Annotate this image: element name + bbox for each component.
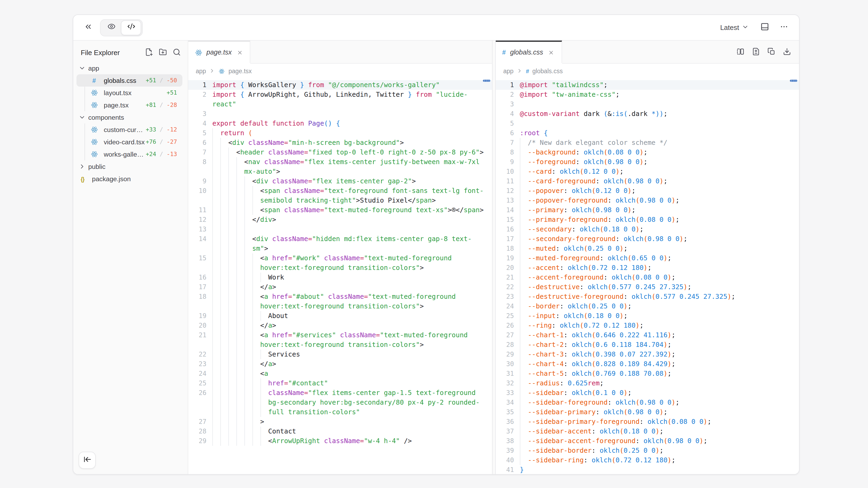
line-number: 4 [496,109,514,119]
code-text: --popover-foreground: oklch(0.98 0 0); [514,196,799,205]
code-text: <div className="flex items-center gap-2"… [207,176,492,186]
copy-button[interactable] [768,47,776,56]
line-number: 13 [496,196,514,205]
close-tab-icon[interactable] [547,48,555,56]
indent-guide [228,379,229,388]
code-line: 19About [188,311,492,321]
indent-guide [228,148,229,157]
search-button[interactable] [173,48,181,57]
new-folder-button[interactable] [159,48,167,57]
version-dropdown[interactable]: Latest [716,21,753,34]
indent-guide [252,292,253,311]
download-button[interactable] [783,47,792,56]
indent-guide [220,359,221,369]
indent-guide [244,436,245,446]
code-text: @import "tailwindcss"; [514,80,799,90]
line-number: 8 [188,157,207,176]
indent-guide [212,225,213,234]
line-number: 14 [496,205,514,215]
line-number: 25 [188,379,207,388]
tabbar-page: page.tsx [188,41,492,64]
code-line: 24--border: oklch(0.25 0 0); [496,301,799,311]
indent-guide [220,436,221,446]
code-line: 31--chart-5: oklch(0.769 0.188 70.08); [496,369,799,379]
code-editor-globals[interactable]: 1@import "tailwindcss";2@import "tw-anim… [496,78,799,474]
code-text: <nav className="flex items-center justif… [207,157,492,176]
indent-guide [237,234,237,253]
scrollbar-thumb[interactable] [483,79,490,82]
split-view-button[interactable] [737,47,745,56]
tree-item-works-galler-[interactable]: works-galler…+24 / -13 [73,148,188,160]
indent-guide [237,253,237,272]
indent-guide [520,379,520,388]
chevron-down-icon [742,23,749,32]
indent-guide [237,436,237,446]
breadcrumb-page: app page.tsx [188,64,492,78]
tree-item-public[interactable]: public [73,160,188,173]
preview-toggle-button[interactable] [102,21,121,34]
file-diff-button[interactable] [752,47,761,56]
indent-guide [228,369,229,379]
tree-item-page.tsx[interactable]: page.tsx+81 / -28 [73,99,188,111]
tree-item-layout.tsx[interactable]: layout.tsx+51 [73,87,188,99]
code-line: 22Services [188,350,492,359]
code-text: --input: oklch(0.18 0 0); [514,311,799,321]
indent-guide [220,138,221,148]
tree-item-components[interactable]: components [73,111,188,124]
indent-guide [220,350,221,359]
code-line: 28Contact [188,426,492,436]
code-line: 25href="#contact" [188,379,492,388]
indent-guide [520,234,520,244]
tree-item-custom-curs-[interactable]: custom-curs…+33 / -12 [73,124,188,136]
diff-counts: +33 / -12 [146,126,177,133]
close-tab-icon[interactable] [236,48,244,56]
code-text: --card-foreground: oklch(0.98 0 0); [514,176,799,186]
code-line: 21<a href="#services" className="text-mu… [188,330,492,350]
indent-guide [212,253,213,272]
pane-divider[interactable] [493,41,495,474]
indent-guide [237,157,237,176]
line-number: 22 [496,282,514,292]
code-text [514,119,799,128]
code-line: 4export default function Page() { [188,119,492,128]
code-text: --primary: oklch(0.98 0 0); [514,205,799,215]
indent-guide [520,407,520,417]
scrollbar-thumb[interactable] [790,79,797,82]
back-button[interactable] [81,20,96,35]
code-editor-page[interactable]: 1import { WorksGallery } from "@/compone… [188,78,492,474]
tab-globals-css[interactable]: # globals.css [496,41,562,63]
code-text: --destructive-foreground: oklch(0.577 0.… [514,292,799,301]
indent-guide [252,426,253,436]
chevron-right-icon [517,68,523,74]
new-file-button[interactable] [145,48,154,57]
indent-guide [237,292,237,311]
code-text: </a> [207,359,492,369]
indent-guide [252,205,253,215]
code-text: <span className="text-foreground font-sa… [207,186,492,205]
line-number: 9 [188,176,207,186]
collapse-sidebar-button[interactable] [79,452,96,469]
tree-indent-guide [85,87,85,99]
tree-item-label: layout.tsx [104,89,131,96]
tab-page-tsx[interactable]: page.tsx [188,41,251,63]
indent-guide [244,234,245,253]
code-line: 4@custom-variant dark (&:is(.dark *)); [496,109,799,119]
code-line: 7<header className="fixed top-0 left-0 r… [188,148,492,157]
indent-guide [244,215,245,225]
code-line: 10<span className="text-foreground font-… [188,186,492,205]
code-line: 37--sidebar-accent: oklch(0.18 0 0); [496,426,799,436]
indent-guide [237,186,237,205]
tree-item-package.json[interactable]: { }package.json [73,173,188,185]
tree-item-globals.css[interactable]: #globals.css+51 / -50 [76,74,182,87]
more-options-button[interactable] [777,20,792,35]
tree-item-video-card.tsx[interactable]: video-card.tsx+76 / -27 [73,136,188,148]
indent-guide [237,369,237,379]
tree-item-app[interactable]: app [73,62,188,74]
indent-guide [520,359,520,369]
panel-bottom-button[interactable] [757,20,772,35]
code-line: 15<a href="#work" className="text-muted-… [188,253,492,272]
code-toggle-button[interactable] [121,20,141,35]
react-icon [90,101,98,109]
indent-guide [228,330,229,350]
indent-guide [520,282,520,292]
